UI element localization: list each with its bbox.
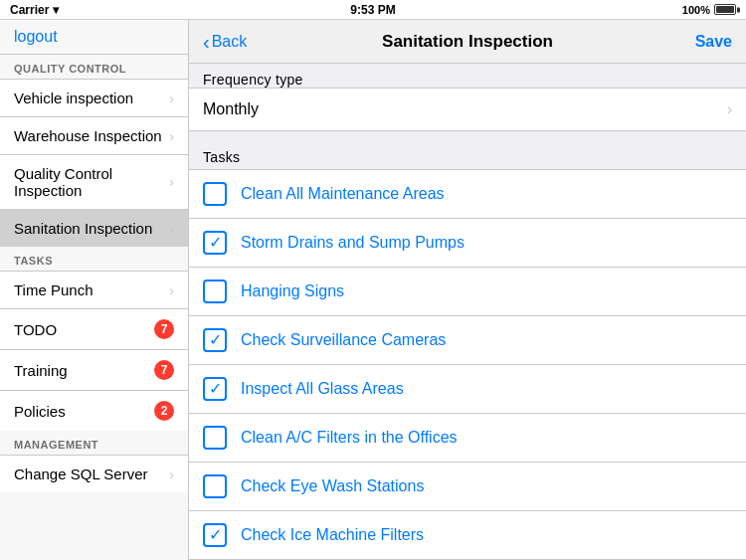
chevron-right-icon: › — [169, 128, 174, 144]
task-checkbox-storm-drains[interactable]: ✓ — [203, 231, 227, 255]
sidebar-item-sanitation-inspection[interactable]: Sanitation Inspection › — [0, 209, 188, 247]
task-checkbox-check-surveillance[interactable]: ✓ — [203, 328, 227, 352]
sidebar-item-vehicle-inspection[interactable]: Vehicle inspection › — [0, 79, 188, 116]
task-row: ✓ Check Ice Machine Filters — [189, 510, 746, 559]
back-button[interactable]: ‹ Back — [203, 32, 247, 52]
checkmark-icon: ✓ — [209, 332, 222, 348]
task-row: ✓ Check Surveillance Cameras — [189, 315, 746, 364]
sidebar-item-todo[interactable]: TODO 7 — [0, 308, 188, 349]
back-chevron-icon: ‹ — [203, 32, 210, 52]
task-checkbox-clean-maintenance[interactable] — [203, 182, 227, 206]
app-container: logout Quality Control Vehicle inspectio… — [0, 20, 746, 560]
chevron-right-icon: › — [169, 91, 174, 106]
task-row: Check Eye Wash Stations — [189, 462, 746, 510]
battery-icon — [714, 4, 736, 15]
tasks-list: Clean All Maintenance Areas ✓ Storm Drai… — [189, 169, 746, 560]
checkmark-icon: ✓ — [209, 527, 222, 543]
status-bar: Carrier ▾ 9:53 PM 100% — [0, 0, 746, 20]
sidebar-item-change-sql-server[interactable]: Change SQL Server › — [0, 455, 188, 492]
chevron-right-icon: › — [169, 467, 174, 482]
nav-bar: ‹ Back Sanitation Inspection Save — [189, 20, 746, 64]
content-area: Frequency type Monthly › Tasks Clean All… — [189, 64, 746, 560]
task-label-clean-ac[interactable]: Clean A/C Filters in the Offices — [241, 429, 458, 447]
sidebar-item-policies[interactable]: Policies 2 — [0, 390, 188, 431]
save-button[interactable]: Save — [695, 33, 732, 51]
task-label-check-eyewash[interactable]: Check Eye Wash Stations — [241, 477, 424, 495]
task-row: Hanging Signs — [189, 267, 746, 315]
policies-badge: 2 — [154, 401, 174, 421]
wifi-icon: ▾ — [53, 3, 59, 17]
todo-badge: 7 — [154, 319, 174, 339]
task-checkbox-inspect-glass[interactable]: ✓ — [203, 377, 227, 401]
sidebar-section-header-quality-control: Quality Control — [0, 55, 188, 79]
task-checkbox-clean-ac[interactable] — [203, 426, 227, 450]
task-row: ✓ Storm Drains and Sump Pumps — [189, 218, 746, 267]
tasks-section-header: Tasks — [189, 139, 746, 169]
task-checkbox-hanging-signs[interactable] — [203, 280, 227, 303]
task-checkbox-check-eyewash[interactable] — [203, 474, 227, 498]
task-checkbox-check-ice-machine[interactable]: ✓ — [203, 523, 227, 547]
nav-title: Sanitation Inspection — [382, 32, 553, 52]
sidebar-item-time-punch[interactable]: Time Punch › — [0, 271, 188, 308]
sidebar-item-training[interactable]: Training 7 — [0, 349, 188, 390]
task-row: Clean All Maintenance Areas — [189, 169, 746, 218]
training-badge: 7 — [154, 360, 174, 380]
task-label-storm-drains[interactable]: Storm Drains and Sump Pumps — [241, 234, 465, 252]
chevron-right-icon: › — [169, 221, 174, 237]
status-time: 9:53 PM — [350, 3, 395, 17]
checkmark-icon: ✓ — [209, 381, 222, 397]
main-content: ‹ Back Sanitation Inspection Save Freque… — [189, 20, 746, 560]
sidebar-item-quality-control-inspection[interactable]: Quality Control Inspection › — [0, 154, 188, 209]
chevron-right-icon: › — [727, 100, 732, 118]
chevron-right-icon: › — [169, 174, 174, 190]
sidebar-item-warehouse-inspection[interactable]: Warehouse Inspection › — [0, 116, 188, 154]
sidebar-section-header-management: Management — [0, 431, 188, 455]
task-label-hanging-signs[interactable]: Hanging Signs — [241, 282, 344, 300]
frequency-section-header: Frequency type — [189, 64, 746, 88]
task-label-clean-maintenance[interactable]: Clean All Maintenance Areas — [241, 185, 445, 203]
sidebar-section-header-tasks: Tasks — [0, 247, 188, 271]
task-label-check-surveillance[interactable]: Check Surveillance Cameras — [241, 331, 446, 349]
status-carrier: Carrier ▾ — [10, 3, 59, 17]
task-label-inspect-glass[interactable]: Inspect All Glass Areas — [241, 380, 404, 398]
frequency-value: Monthly — [203, 100, 259, 118]
chevron-right-icon: › — [169, 282, 174, 298]
task-row: ✓ Inspect All Glass Areas — [189, 364, 746, 413]
sidebar-logout-section: logout — [0, 20, 188, 55]
checkmark-icon: ✓ — [209, 235, 222, 251]
task-label-check-ice-machine[interactable]: Check Ice Machine Filters — [241, 526, 424, 544]
logout-button[interactable]: logout — [14, 28, 58, 45]
task-row: Clean A/C Filters in the Offices — [189, 413, 746, 462]
sidebar: logout Quality Control Vehicle inspectio… — [0, 20, 189, 560]
status-battery: 100% — [682, 4, 736, 16]
frequency-row[interactable]: Monthly › — [189, 88, 746, 131]
